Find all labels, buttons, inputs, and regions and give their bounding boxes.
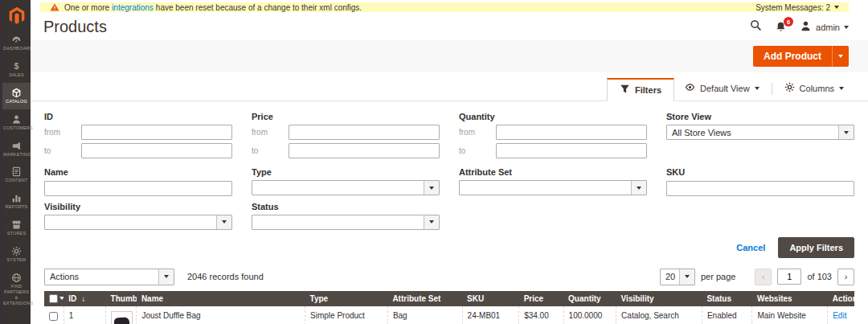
search-icon[interactable] [750,19,762,35]
sidebar-item-marketing[interactable]: MARKETING [2,136,31,162]
notifications-bell-icon[interactable]: 6 [775,21,787,33]
cancel-button[interactable]: Cancel [736,243,765,252]
filter-group-price: Price from to [252,106,440,162]
sidebar-item-label: FIND PARTNERS & EXTENSIONS [3,284,30,306]
select-caret [679,269,694,285]
sort-desc-icon: ↓ [81,294,85,303]
sidebar-item-sales[interactable]: $ SALES [2,56,31,83]
product-thumbnail [111,311,133,324]
sidebar-item-label: STORES [3,231,30,236]
price-to-label: to [252,146,289,155]
pagination-controls: 20 per page ‹ of 103 › [660,269,854,285]
visibility-select[interactable] [44,215,232,230]
column-header-thumbnail[interactable]: Thumbnail [106,291,137,306]
add-product-dropdown-toggle[interactable] [832,46,849,67]
column-header-type[interactable]: Type [305,291,388,306]
sidebar-item-label: DASHBOARD [3,46,30,51]
sidebar-item-customers[interactable]: CUSTOMERS [2,109,31,136]
store-view-select[interactable]: All Store Views [666,125,854,140]
admin-username: admin [816,23,840,32]
sidebar-item-find-partners-extensions[interactable]: FIND PARTNERS & EXTENSIONS [2,268,31,311]
current-page-input[interactable] [777,269,801,285]
chevron-down-icon [222,220,227,224]
sku-input[interactable] [666,181,854,196]
sidebar-item-stores[interactable]: STORES [2,215,31,241]
sidebar-nav: DASHBOARD $ SALES CATALOG CUSTOMERS MARK… [2,30,31,310]
per-page-select[interactable]: 20 [660,269,695,285]
column-header-quantity[interactable]: Quantity [563,291,616,306]
sidebar-item-content[interactable]: CONTENT [2,162,31,188]
apply-filters-button[interactable]: Apply Filters [778,237,854,258]
filter-group-attribute-set: Attribute Set [459,162,647,196]
column-header-action[interactable]: Action [828,291,854,306]
customers-icon [3,113,30,124]
type-select[interactable] [252,180,440,195]
cell-price: $34.00 [519,306,563,324]
filters-tab[interactable]: Filters [607,78,674,101]
id-from-input[interactable] [81,125,232,140]
system-messages-label: System Messages: 2 [755,3,830,12]
add-product-button[interactable]: Add Product [753,46,849,67]
system-messages-toggle[interactable]: System Messages: 2 [755,3,839,12]
chevron-down-icon [164,275,169,278]
products-table: ID↓ThumbnailNameTypeAttribute SetSKUPric… [44,291,854,324]
table-row: 1 Joust Duffle Bag Simple Product Bag 24… [44,306,854,324]
quantity-to-label: to [459,146,496,155]
notification-count-badge: 6 [784,17,793,27]
row-checkbox[interactable] [49,312,58,321]
column-header-websites[interactable]: Websites [752,291,828,306]
actions-select[interactable]: Actions [44,269,174,285]
visibility-filter-label: Visibility [44,202,232,211]
quantity-filter-label: Quantity [459,112,647,121]
sidebar-item-reports[interactable]: REPORTS [2,188,31,215]
status-select[interactable] [252,215,440,230]
sidebar-item-system[interactable]: SYSTEM [2,241,31,268]
chevron-down-icon [844,26,849,29]
banner-text-prefix: One or more [64,3,109,12]
column-header-sku[interactable]: SKU [462,291,519,306]
id-to-input[interactable] [81,143,232,158]
system-message-banner: One or more integrations have been reset… [40,2,849,12]
price-to-input[interactable] [289,143,440,158]
sidebar-item-label: CUSTOMERS [3,125,30,131]
type-filter-label: Type [252,167,440,177]
quantity-to-input[interactable] [496,143,647,158]
column-header-status[interactable]: Status [702,291,751,306]
column-header-price[interactable]: Price [519,291,563,306]
column-header-visibility[interactable]: Visibility [616,291,702,306]
integrations-link[interactable]: integrations [112,3,154,12]
column-header-name[interactable]: Name [137,291,305,306]
previous-page-button[interactable]: ‹ [755,269,772,285]
select-all-checkbox[interactable] [49,294,58,303]
quantity-from-input[interactable] [496,125,647,140]
filter-funnel-icon [620,84,630,96]
column-header-id[interactable]: ID↓ [63,291,105,306]
next-page-button[interactable]: › [837,269,854,285]
table-header-row: ID↓ThumbnailNameTypeAttribute SetSKUPric… [44,291,854,306]
default-view-button[interactable]: Default View [674,77,770,100]
system-icon [3,245,30,256]
eye-icon [685,82,695,94]
columns-button[interactable]: Columns [774,77,854,100]
name-input[interactable] [44,181,232,196]
warning-icon [50,2,59,12]
add-product-label: Add Product [753,46,832,67]
cell-websites: Main Website [752,306,828,324]
header-icons: 6 admin [750,19,849,35]
admin-account-menu[interactable]: admin [800,20,849,34]
sidebar-item-dashboard[interactable]: DASHBOARD [2,30,31,56]
filter-group-store-view: Store View All Store Views [666,106,854,162]
price-from-input[interactable] [289,125,440,140]
column-header-attribute-set[interactable]: Attribute Set [387,291,462,306]
sidebar-item-catalog[interactable]: CATALOG [2,83,31,109]
default-view-label: Default View [700,84,750,93]
filter-group-sku: SKU [666,162,854,196]
attribute-set-select[interactable] [459,180,647,195]
reports-icon [3,192,30,203]
product-image [114,317,130,324]
edit-link[interactable]: Edit [833,311,846,320]
magento-logo-icon[interactable] [2,0,31,30]
name-filter-label: Name [44,167,232,177]
catalog-icon [3,87,30,97]
select-caret [631,181,646,195]
